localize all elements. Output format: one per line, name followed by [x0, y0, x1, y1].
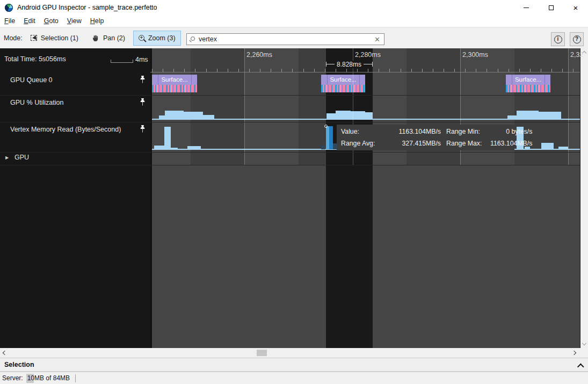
memory-usage-text: 10MB of 84MB: [27, 374, 70, 382]
expand-arrow-icon[interactable]: ▶: [5, 155, 9, 160]
row-separator: [0, 152, 580, 153]
help-icon: ?: [573, 35, 581, 44]
menu-view[interactable]: View: [67, 17, 82, 25]
gpu-queue-event-label: Surface...: [506, 75, 550, 85]
status-separator: [75, 374, 76, 382]
window-title: Android GPU Inspector - sample_trace.per…: [17, 4, 157, 11]
vertex-memory-bar[interactable]: [164, 127, 171, 149]
vertical-scrollbar[interactable]: [580, 48, 588, 348]
gpu-utilization-step[interactable]: [336, 111, 351, 119]
scroll-left-button[interactable]: [0, 348, 10, 358]
clear-icon: ✕: [374, 35, 380, 44]
mode-button-label: Selection (1): [41, 34, 78, 42]
collapse-panel-button[interactable]: [577, 363, 583, 369]
info-button[interactable]: i: [551, 32, 565, 46]
gpu-queue-event-label: Surface...: [152, 75, 197, 85]
scale-label: 4ms: [135, 56, 148, 63]
track-label-gpu-queue[interactable]: GPU Queue 0: [10, 76, 53, 84]
pan-hand-icon: [92, 34, 99, 42]
time-tick-label: 2,32: [570, 51, 583, 59]
mode-button-label: Zoom (3): [148, 34, 176, 42]
minimize-button[interactable]: [514, 0, 539, 15]
tooltip-label: Range Avg:: [341, 140, 382, 147]
vertex-memory-bar[interactable]: [558, 147, 568, 149]
ruler-bottom-line: [150, 72, 580, 73]
maximize-icon: [549, 5, 554, 10]
timeline-region: 8.828ms 2,260ms2,280ms2,300ms2,32Surface…: [0, 48, 588, 348]
gpu-utilization-step[interactable]: [326, 113, 336, 119]
chevron-up-icon: [577, 364, 584, 371]
pin-icon[interactable]: [139, 75, 146, 83]
gpu-queue-event[interactable]: Surface...: [152, 75, 197, 92]
gpu-utilization-step[interactable]: [184, 112, 203, 119]
group-label-gpu[interactable]: GPU: [14, 154, 29, 161]
gpu-utilization-step[interactable]: [517, 111, 539, 119]
measurement-label: 8.828ms: [335, 61, 364, 68]
time-gridline: [568, 48, 569, 165]
chevron-left-icon: [3, 351, 7, 355]
help-button[interactable]: ?: [570, 32, 584, 46]
vertex-memory-bar[interactable]: [321, 146, 325, 149]
menu-file[interactable]: File: [4, 17, 15, 25]
horizontal-scrollbar[interactable]: [0, 348, 588, 358]
gpu-utilization-step[interactable]: [365, 112, 373, 119]
mode-zoom-button[interactable]: +Zoom (3): [133, 31, 181, 46]
search-clear-button[interactable]: ✕: [373, 36, 381, 43]
vertex-memory-bar[interactable]: [171, 148, 178, 149]
mode-button-label: Pan (2): [103, 34, 125, 42]
vertex-memory-bar[interactable]: [154, 146, 164, 149]
menu-edit[interactable]: Edit: [24, 17, 35, 25]
tooltip-value: 1163.104MB/s: [382, 128, 441, 135]
vertex-memory-bar[interactable]: [326, 126, 333, 149]
pin-icon[interactable]: [139, 125, 146, 133]
mode-selection-button[interactable]: Selection (1): [25, 31, 84, 46]
memory-usage: 10MB of 84MB: [26, 374, 71, 383]
minimize-icon: [524, 8, 529, 8]
track-label-gpu-utilization[interactable]: GPU % Utilization: [10, 99, 63, 106]
mode-pan-button[interactable]: Pan (2): [86, 31, 130, 46]
gpu-queue-event[interactable]: Surface...: [506, 75, 550, 92]
gpu-queue-event-stripes: [152, 85, 197, 92]
menu-help[interactable]: Help: [90, 17, 104, 25]
scroll-down-button[interactable]: [580, 339, 588, 347]
close-button[interactable]: ×: [563, 0, 588, 15]
scroll-right-button[interactable]: [569, 348, 579, 358]
gpu-utilization-step[interactable]: [165, 111, 184, 119]
row-separator: [0, 95, 580, 96]
gpu-utilization-step[interactable]: [539, 112, 561, 119]
gpu-queue-event[interactable]: Surface...: [321, 75, 365, 92]
measurement-bracket: 8.828ms: [326, 60, 372, 68]
tooltip-label: Value:: [341, 128, 382, 135]
track-label-panel: Total Time: 5s056ms 4ms GPU Queue 0 GPU …: [0, 48, 150, 348]
vertex-memory-bar[interactable]: [541, 143, 554, 149]
track-label-vertex-memory[interactable]: Vertex Memory Read (Bytes/Second): [10, 126, 121, 133]
scrollbar-thumb[interactable]: [257, 350, 267, 356]
gpu-queue-event-label: Surface...: [321, 75, 365, 85]
server-label: Server:: [2, 374, 23, 382]
time-tick-label: 2,260ms: [246, 51, 272, 59]
chevron-down-icon: [582, 341, 586, 345]
gpu-utilization-step[interactable]: [507, 115, 517, 119]
tooltip-label: Range Max:: [441, 140, 490, 147]
app-logo-icon: [5, 4, 13, 12]
gpu-utilization-step[interactable]: [159, 115, 165, 119]
status-bar: Server: 10MB of 84MB: [0, 372, 588, 384]
pin-icon[interactable]: [139, 98, 146, 106]
search-input[interactable]: [199, 35, 373, 43]
mode-label: Mode:: [4, 34, 23, 42]
selected-point-marker: [324, 125, 328, 128]
title-bar: Android GPU Inspector - sample_trace.per…: [0, 0, 588, 15]
row-separator: [0, 122, 580, 122]
time-gridline: [244, 48, 245, 165]
gpu-utilization-step[interactable]: [203, 115, 214, 119]
selection-icon: [31, 35, 37, 41]
close-icon: ×: [574, 4, 578, 12]
scale-bracket: [111, 60, 133, 63]
time-tick-label: 2,300ms: [462, 51, 488, 59]
vertex-memory-bar[interactable]: [187, 146, 201, 149]
maximize-button[interactable]: [539, 0, 563, 15]
menu-goto[interactable]: Goto: [44, 17, 59, 25]
gpu-queue-event-stripes: [321, 85, 365, 92]
toolbar: Mode: Selection (1)Pan (2)+Zoom (3)Timin…: [0, 27, 588, 48]
menu-bar: FileEditGotoViewHelp: [0, 15, 588, 27]
